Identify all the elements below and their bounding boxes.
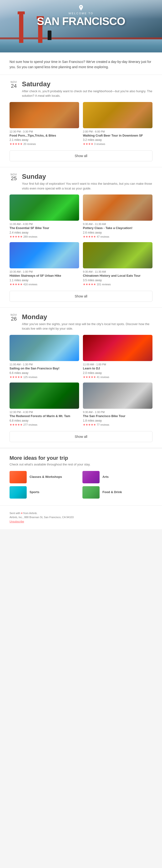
intro-text: Not sure how to spend your time in San F… xyxy=(9,59,153,70)
activity-distance-1-2: 1.1 miles away xyxy=(9,279,79,282)
day-date-sunday: Nov 25 xyxy=(9,173,18,181)
activity-title-1-1: Pottery Class - Take a Claycation! xyxy=(83,226,153,230)
activity-card-1-2[interactable]: 10:30 AM - 1:00 PM Hidden Stairways of S… xyxy=(9,242,79,286)
footer: Sent with ♥ from Airbnb. Airbnb, Inc., 8… xyxy=(0,505,162,530)
stars-icon-2-0: ★★★★★ xyxy=(9,375,23,379)
activity-card-2-0[interactable]: 11:00 AM - 1:30 PM Sailing on the San Fr… xyxy=(9,335,79,379)
activity-card-2-1[interactable]: 11:00 AM - 1:00 PM Learn to DJ 2.0 miles… xyxy=(83,335,153,379)
activity-time-1-2: 10:30 AM - 1:00 PM xyxy=(9,270,79,273)
stars-icon-0-0: ★★★★★ xyxy=(9,142,23,146)
review-count-1-1: 47 reviews xyxy=(97,235,109,238)
day-name-monday: Monday xyxy=(22,313,153,321)
idea-image-2 xyxy=(9,486,27,499)
review-count-1-3: 101 reviews xyxy=(97,283,111,286)
days-container: Nov 24 Saturday After check in, you'll p… xyxy=(0,75,162,448)
activity-rating-2-1: ★★★★★ 41 reviews xyxy=(83,375,153,379)
stars-icon-1-1: ★★★★★ xyxy=(83,235,96,238)
day-header-sunday: Nov 25 Sunday Your first full day of exp… xyxy=(9,173,153,191)
heart-icon: ♥ xyxy=(21,512,23,515)
activity-rating-2-3: ★★★★★ 77 reviews xyxy=(83,423,153,426)
activity-card-1-1[interactable]: 9:30 AM - 11:30 AM Pottery Class - Take … xyxy=(83,194,153,238)
activity-title-1-0: The Essential SF Bike Tour xyxy=(9,226,79,230)
welcome-to-label: WELCOME TO xyxy=(37,12,125,15)
activity-distance-1-3: 3.5 miles away xyxy=(83,279,153,282)
review-count-2-1: 41 reviews xyxy=(97,376,109,378)
stars-icon-2-2: ★★★★★ xyxy=(9,423,23,426)
day-name-sunday: Sunday xyxy=(22,173,153,180)
activity-time-2-0: 11:00 AM - 1:30 PM xyxy=(9,363,79,366)
day-date-monday: Nov 26 xyxy=(9,313,18,321)
stars-icon-0-1: ★★★★ xyxy=(83,142,93,146)
idea-image-0 xyxy=(9,471,27,483)
activity-rating-0-0: ★★★★★ 20 reviews xyxy=(9,142,79,146)
footer-unsubscribe: Unsubscribe xyxy=(9,520,153,524)
activity-image-0-1 xyxy=(83,102,153,128)
activity-time-0-1: 2:00 PM - 6:00 PM xyxy=(83,130,153,133)
footer-address: Airbnb, Inc., 888 Brannan St, San Franci… xyxy=(9,515,153,520)
activity-title-1-2: Hidden Stairways of SF Urban Hike xyxy=(9,274,79,278)
idea-card-2[interactable]: Sports xyxy=(9,486,79,499)
footer-sent-by: Sent with ♥ from Airbnb. xyxy=(9,511,153,516)
review-count-0-1: 3 reviews xyxy=(94,143,105,145)
city-name-label: SAN FRANCISCO xyxy=(37,15,125,27)
activity-time-0-0: 12:30 PM - 3:30 PM xyxy=(9,130,79,133)
activity-card-2-3[interactable]: 9:30 AM - 1:30 PM The San Francisco Bike… xyxy=(83,382,153,426)
email-container: WELCOME TO SAN FRANCISCO Not sure how to… xyxy=(0,0,162,529)
activity-image-1-1 xyxy=(83,194,153,221)
activity-rating-1-0: ★★★★★ 289 reviews xyxy=(9,235,79,238)
idea-card-0[interactable]: Classes & Workshops xyxy=(9,471,79,483)
idea-label-3: Food & Drink xyxy=(102,490,122,494)
activity-title-0-0: Food Porn...Tips,Tricks, & Bites xyxy=(9,134,79,138)
stars-icon-1-3: ★★★★★ xyxy=(83,283,96,286)
activity-image-2-1 xyxy=(83,335,153,361)
idea-image-3 xyxy=(83,486,100,499)
review-count-2-2: 277 reviews xyxy=(23,423,37,426)
day-description-monday: After you've seen the sights, your next … xyxy=(22,322,153,331)
activity-card-0-1[interactable]: 2:00 PM - 6:00 PM Walking Craft Beer Tou… xyxy=(83,102,153,146)
activity-title-1-3: Chinatown History and Local Eats Tour xyxy=(83,274,153,278)
show-all-button-sunday[interactable]: Show all xyxy=(9,291,153,302)
day-number-monday: 26 xyxy=(9,316,18,321)
day-section-monday: Nov 26 Monday After you've seen the sigh… xyxy=(0,308,162,448)
bridge-tower-left xyxy=(19,14,23,43)
activity-distance-1-0: 2.4 miles away xyxy=(9,231,79,234)
idea-card-1[interactable]: Arts xyxy=(83,471,153,483)
day-section-sunday: Nov 25 Sunday Your first full day of exp… xyxy=(0,167,162,308)
activity-image-1-2 xyxy=(9,242,79,268)
activity-image-2-0 xyxy=(9,335,79,361)
stars-icon-1-0: ★★★★★ xyxy=(9,235,23,238)
activity-card-1-3[interactable]: 9:30 AM - 11:30 AM Chinatown History and… xyxy=(83,242,153,286)
activity-distance-0-1: 3.2 miles away xyxy=(83,138,153,142)
day-info-saturday: Saturday After check in, you'll probably… xyxy=(22,81,153,98)
day-header-monday: Nov 26 Monday After you've seen the sigh… xyxy=(9,313,153,331)
review-count-2-3: 77 reviews xyxy=(97,423,109,426)
day-date-saturday: Nov 24 xyxy=(9,81,18,89)
idea-label-1: Arts xyxy=(102,475,109,479)
welcome-text: WELCOME TO SAN FRANCISCO xyxy=(37,12,125,28)
show-all-button-monday[interactable]: Show all xyxy=(9,431,153,442)
activity-card-1-0[interactable]: 11:00 AM - 4:00 PM The Essential SF Bike… xyxy=(9,194,79,238)
activity-rating-2-0: ★★★★★ 125 reviews xyxy=(9,375,79,379)
activity-rating-1-2: ★★★★★ 416 reviews xyxy=(9,283,79,286)
idea-card-3[interactable]: Food & Drink xyxy=(83,486,153,499)
activity-distance-2-1: 2.0 miles away xyxy=(83,371,153,375)
activity-image-2-3 xyxy=(83,382,153,409)
day-name-saturday: Saturday xyxy=(22,81,153,88)
activity-title-2-2: The Redwood Forests of Marin & Mt. Tam xyxy=(9,414,79,418)
activity-card-2-2[interactable]: 12:30 PM - 4:30 PM The Redwood Forests o… xyxy=(9,382,79,426)
day-info-monday: Monday After you've seen the sights, you… xyxy=(22,313,153,331)
day-header-saturday: Nov 24 Saturday After check in, you'll p… xyxy=(9,81,153,98)
review-count-1-0: 289 reviews xyxy=(23,235,37,238)
header-image: WELCOME TO SAN FRANCISCO xyxy=(0,0,162,53)
activity-distance-2-2: 6.8 miles away xyxy=(9,419,79,422)
activity-distance-2-3: 1.8 miles away xyxy=(83,419,153,422)
review-count-2-0: 125 reviews xyxy=(23,376,37,378)
show-all-button-saturday[interactable]: Show all xyxy=(9,150,153,161)
stars-icon-2-1: ★★★★★ xyxy=(83,375,96,379)
activity-distance-0-0: 2.1 miles away xyxy=(9,138,79,142)
unsubscribe-link[interactable]: Unsubscribe xyxy=(9,520,24,523)
activity-card-0-0[interactable]: 12:30 PM - 3:30 PM Food Porn...Tips,Tric… xyxy=(9,102,79,146)
activity-time-1-3: 9:30 AM - 11:30 AM xyxy=(83,270,153,273)
review-count-1-2: 416 reviews xyxy=(23,283,37,286)
activity-rating-2-2: ★★★★★ 277 reviews xyxy=(9,423,79,426)
